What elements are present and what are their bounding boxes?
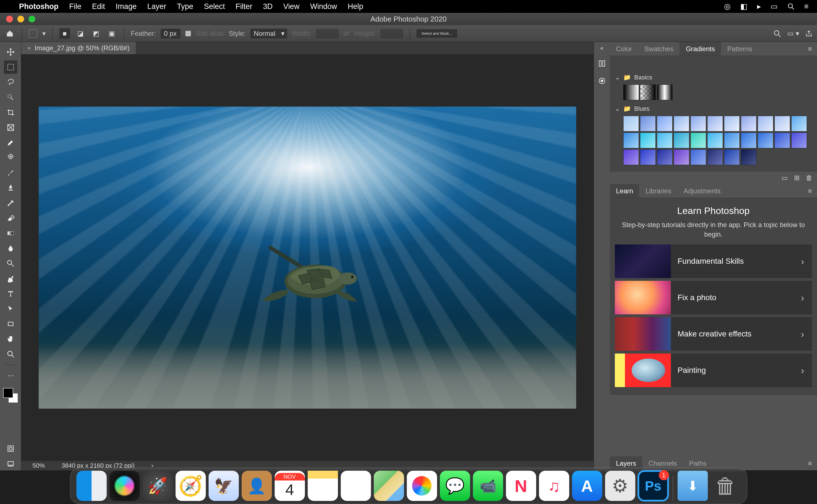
gradient-tool[interactable]: [4, 227, 17, 240]
folder-icon[interactable]: ▭: [781, 174, 788, 182]
lasso-tool[interactable]: [4, 76, 17, 89]
tray-icon-2[interactable]: ▸: [757, 2, 761, 11]
gradient-swatch[interactable]: [657, 133, 673, 148]
eyedropper-tool[interactable]: [4, 136, 17, 149]
healing-brush-tool[interactable]: [4, 151, 17, 164]
menu-type[interactable]: Type: [177, 2, 193, 11]
app-name[interactable]: Photoshop: [19, 2, 58, 11]
expand-panels-icon[interactable]: «: [600, 45, 603, 51]
home-button[interactable]: [4, 28, 15, 39]
type-tool[interactable]: [4, 287, 17, 300]
document-tab[interactable]: × Image_27.jpg @ 50% (RGB/8#): [21, 42, 136, 54]
gradient-swatch[interactable]: [674, 149, 689, 165]
gradient-swatch[interactable]: [657, 116, 673, 131]
collapsed-panel-icon-2[interactable]: [597, 76, 607, 86]
zoom-tool[interactable]: [4, 347, 17, 361]
gradient-group-header[interactable]: ⌄📁Basics: [615, 73, 812, 82]
dock-app-launchpad[interactable]: [142, 471, 173, 501]
menu-window[interactable]: Window: [310, 2, 337, 11]
dock-downloads[interactable]: [678, 471, 708, 501]
window-minimize-button[interactable]: [17, 16, 24, 22]
displays-icon[interactable]: ▭: [771, 2, 778, 11]
foreground-color-swatch[interactable]: [3, 388, 13, 398]
dock-app-maps[interactable]: [374, 471, 404, 501]
quick-mask-toggle[interactable]: [4, 442, 17, 455]
tab-swatches[interactable]: Swatches: [638, 42, 680, 56]
doc-layout-icon[interactable]: ▭ ▾: [787, 30, 799, 37]
gradient-swatch[interactable]: [741, 133, 757, 148]
dock-app-siri[interactable]: [109, 471, 140, 501]
canvas-viewport[interactable]: [21, 54, 593, 461]
dock-app-mail[interactable]: [209, 471, 239, 501]
learn-item-fix[interactable]: Fix a photo ›: [615, 281, 812, 314]
dodge-tool[interactable]: [4, 257, 17, 270]
gradient-swatch[interactable]: [758, 133, 773, 148]
gradient-swatch[interactable]: [657, 84, 673, 100]
gradient-swatch[interactable]: [623, 149, 639, 165]
panel-menu-icon[interactable]: ≡: [805, 187, 815, 195]
gradient-swatch[interactable]: [774, 116, 790, 131]
dock-app-safari[interactable]: [175, 471, 206, 501]
color-swatches[interactable]: [3, 388, 18, 403]
dock-app-calendar[interactable]: NOV4: [275, 471, 305, 501]
clone-stamp-tool[interactable]: [4, 181, 17, 195]
gradient-swatch[interactable]: [791, 133, 807, 148]
dock-app-photoshop[interactable]: 1: [638, 471, 668, 501]
gradient-swatch[interactable]: [657, 149, 673, 165]
dock-app-appstore[interactable]: [572, 471, 602, 501]
close-tab-icon[interactable]: ×: [27, 45, 31, 51]
gradient-swatch[interactable]: [691, 116, 706, 131]
window-maximize-button[interactable]: [29, 16, 35, 22]
gradient-swatch[interactable]: [774, 133, 790, 148]
blur-tool[interactable]: [4, 242, 17, 255]
gradient-swatch[interactable]: [707, 133, 723, 148]
collapsed-panel-icon-1[interactable]: [597, 58, 607, 69]
gradient-swatch[interactable]: [623, 133, 639, 148]
dock-app-facetime[interactable]: [473, 471, 503, 501]
dock-app-messages[interactable]: [440, 471, 470, 501]
hand-tool[interactable]: [4, 332, 17, 346]
gradient-swatch[interactable]: [640, 84, 656, 100]
gradient-swatch[interactable]: [707, 116, 723, 131]
gradient-swatch[interactable]: [707, 149, 723, 165]
select-and-mask-button[interactable]: Select and Mask...: [417, 29, 457, 37]
path-select-tool[interactable]: [4, 302, 17, 315]
selection-intersect-icon[interactable]: ▣: [106, 28, 117, 39]
menu-image[interactable]: Image: [116, 2, 137, 11]
eraser-tool[interactable]: [4, 211, 17, 225]
dock-app-reminders[interactable]: [341, 471, 371, 501]
share-icon[interactable]: [805, 30, 813, 37]
tab-patterns[interactable]: Patterns: [721, 42, 758, 56]
creative-cloud-icon[interactable]: ◎: [724, 2, 731, 11]
chevron-down-icon[interactable]: ▾: [42, 30, 46, 37]
brush-tool[interactable]: [4, 166, 17, 180]
history-brush-tool[interactable]: [4, 196, 17, 210]
dock-app-settings[interactable]: [605, 471, 635, 501]
gradient-swatch[interactable]: [724, 116, 740, 131]
gradient-swatch[interactable]: [724, 149, 740, 165]
menu-layer[interactable]: Layer: [147, 2, 166, 11]
frame-tool[interactable]: [4, 121, 17, 134]
tray-icon[interactable]: ◧: [740, 2, 748, 11]
menu-list-icon[interactable]: ≡: [804, 2, 809, 11]
marquee-tool[interactable]: [4, 60, 17, 74]
screen-mode-toggle[interactable]: [4, 457, 17, 470]
learn-item-fundamental[interactable]: Fundamental Skills ›: [615, 244, 812, 278]
feather-input[interactable]: 0 px: [161, 29, 180, 38]
menu-select[interactable]: Select: [204, 2, 225, 11]
menu-view[interactable]: View: [283, 2, 300, 11]
selection-subtract-icon[interactable]: ◩: [91, 28, 101, 39]
dock-app-finder[interactable]: [76, 471, 107, 501]
menu-edit[interactable]: Edit: [92, 2, 105, 11]
search-icon[interactable]: [773, 30, 781, 37]
menu-help[interactable]: Help: [348, 2, 363, 11]
tool-preset-picker[interactable]: [29, 29, 37, 38]
dock-app-notes[interactable]: [308, 471, 338, 501]
gradient-swatch[interactable]: [674, 133, 689, 148]
gradient-swatch[interactable]: [640, 149, 656, 165]
dock-trash[interactable]: [711, 471, 741, 501]
menu-filter[interactable]: Filter: [236, 2, 252, 11]
gradient-swatch[interactable]: [623, 116, 639, 131]
dock-app-music[interactable]: [539, 471, 569, 501]
menu-3d[interactable]: 3D: [263, 2, 273, 11]
